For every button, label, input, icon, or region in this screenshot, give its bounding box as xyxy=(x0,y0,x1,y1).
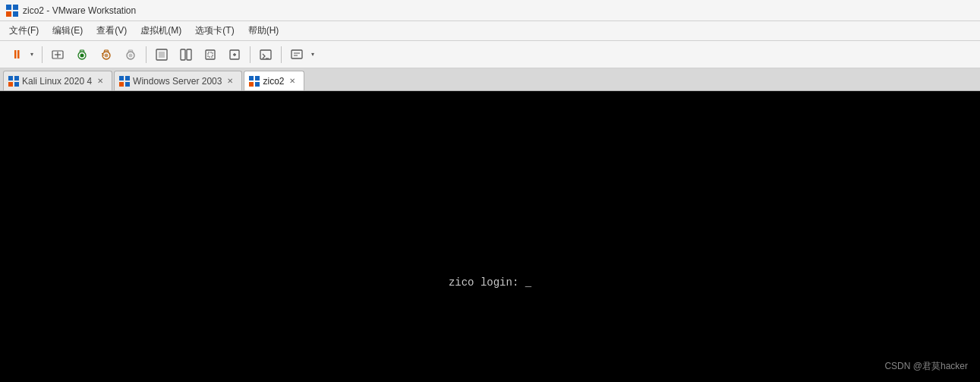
svg-point-12 xyxy=(129,53,133,57)
svg-rect-33 xyxy=(255,82,260,87)
svg-rect-27 xyxy=(125,76,130,81)
svg-rect-29 xyxy=(125,82,130,87)
tab-bar: Kali Linux 2020 4 ✕ Windows Server 2003 … xyxy=(0,68,980,91)
tab-kali-label: Kali Linux 2020 4 xyxy=(22,76,92,87)
svg-rect-22 xyxy=(8,76,13,81)
fit-guest-button[interactable] xyxy=(199,44,222,65)
tab-winserver-label: Windows Server 2003 xyxy=(133,76,222,87)
tab-kali-close[interactable]: ✕ xyxy=(95,76,106,87)
menu-tabs[interactable]: 选项卡(T) xyxy=(189,23,240,39)
svg-rect-23 xyxy=(14,76,19,81)
svg-rect-32 xyxy=(249,82,254,87)
tab-kali-icon xyxy=(8,76,19,87)
pause-icon: ⏸ xyxy=(5,44,27,65)
toolbar-sep-3 xyxy=(281,46,282,63)
svg-point-8 xyxy=(80,53,84,57)
svg-rect-3 xyxy=(13,11,18,17)
restore-snapshot-button[interactable] xyxy=(119,44,142,65)
svg-rect-19 xyxy=(260,50,271,59)
toolbar-sep-1 xyxy=(146,46,147,63)
menu-bar: 文件(F) 编辑(E) 查看(V) 虚拟机(M) 选项卡(T) 帮助(H) xyxy=(0,21,980,41)
toolbar: ⏸ ▾ xyxy=(0,41,980,68)
login-prompt: zico login: _ xyxy=(449,276,531,289)
title-bar: zico2 - VMware Workstation xyxy=(0,0,980,21)
pause-dropdown-arrow[interactable]: ▾ xyxy=(27,44,37,65)
tab-winserver-close[interactable]: ✕ xyxy=(225,76,235,87)
svg-rect-0 xyxy=(6,5,11,10)
svg-rect-30 xyxy=(249,76,254,81)
svg-rect-15 xyxy=(181,49,185,60)
autofit-button[interactable] xyxy=(223,44,246,65)
svg-rect-26 xyxy=(119,76,124,81)
svg-rect-28 xyxy=(119,82,124,87)
window-title: zico2 - VMware Workstation xyxy=(23,5,136,16)
tab-kali[interactable]: Kali Linux 2020 4 ✕ xyxy=(3,71,112,90)
tab-winserver[interactable]: Windows Server 2003 ✕ xyxy=(114,71,242,90)
svg-rect-25 xyxy=(14,82,19,87)
snapshot-button[interactable] xyxy=(71,44,93,65)
unity-button[interactable] xyxy=(175,44,197,65)
svg-rect-17 xyxy=(206,50,215,59)
svg-rect-16 xyxy=(187,49,191,60)
svg-point-10 xyxy=(105,53,109,57)
view-button[interactable]: ▾ xyxy=(285,43,319,66)
svg-rect-2 xyxy=(6,11,11,17)
svg-rect-1 xyxy=(13,5,18,10)
tab-zico2[interactable]: zico2 ✕ xyxy=(244,71,304,90)
tab-winserver-icon xyxy=(119,76,130,87)
toolbar-sep-2 xyxy=(250,46,251,63)
fullscreen-button[interactable] xyxy=(150,44,173,65)
svg-rect-31 xyxy=(255,76,260,81)
menu-edit[interactable]: 编辑(E) xyxy=(46,23,89,39)
snapshot-manager-button[interactable] xyxy=(95,44,118,65)
app-icon xyxy=(6,5,18,17)
tab-zico2-icon xyxy=(249,76,260,87)
vm-display[interactable]: zico login: _ CSDN @君莫hacker xyxy=(0,91,980,382)
tab-zico2-close[interactable]: ✕ xyxy=(287,76,298,87)
svg-rect-14 xyxy=(159,52,165,58)
pause-button[interactable]: ⏸ ▾ xyxy=(5,43,38,66)
view-dropdown-arrow[interactable]: ▾ xyxy=(307,44,318,65)
menu-help[interactable]: 帮助(H) xyxy=(242,23,285,39)
svg-rect-24 xyxy=(8,82,13,87)
tab-zico2-label: zico2 xyxy=(263,76,284,87)
send-ctrlaltdel-button[interactable] xyxy=(46,44,69,65)
svg-rect-21 xyxy=(291,50,302,58)
terminal-button[interactable] xyxy=(254,44,277,65)
terminal-output: zico login: _ xyxy=(449,276,531,289)
menu-vm[interactable]: 虚拟机(M) xyxy=(134,23,187,39)
menu-file[interactable]: 文件(F) xyxy=(3,23,45,39)
menu-view[interactable]: 查看(V) xyxy=(90,23,133,39)
watermark: CSDN @君莫hacker xyxy=(884,360,968,373)
toolbar-sep-0 xyxy=(42,46,43,63)
view-icon xyxy=(286,44,307,65)
